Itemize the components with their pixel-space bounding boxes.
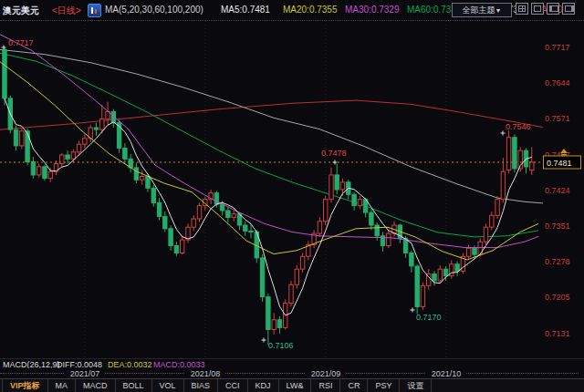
layout-grid-icon[interactable] (516, 3, 528, 15)
candle (295, 269, 298, 284)
price-tick: 0.7351 (545, 222, 570, 231)
candle (340, 182, 344, 190)
candle (249, 231, 253, 232)
toolbar-item-vol[interactable]: VOL (152, 379, 184, 392)
candle (14, 129, 17, 146)
toolbar-item-boll[interactable]: BOLL (116, 379, 152, 392)
candle (358, 200, 361, 206)
candle (66, 155, 69, 159)
candle (244, 225, 247, 231)
toolbar-item-[interactable]: 设置 (400, 379, 432, 392)
price-tick: 0.7644 (545, 78, 570, 88)
ma30-value: MA30:0.7329 (345, 5, 400, 15)
low-label: 0.7170 (416, 313, 442, 322)
candle (501, 171, 505, 200)
extreme-marker (411, 308, 415, 313)
layout-single-icon[interactable] (531, 3, 544, 15)
candle (174, 246, 178, 253)
price-tick: 0.7571 (545, 114, 570, 123)
candle (370, 212, 373, 225)
candle (26, 131, 29, 162)
candle (324, 200, 328, 222)
toolbar-item-cr[interactable]: CR (340, 379, 368, 392)
candle (192, 219, 195, 227)
candle (352, 194, 356, 205)
extreme-marker (262, 338, 266, 343)
candles-group (3, 47, 534, 346)
toolbar-item-vip[interactable]: VIP指标 (2, 379, 48, 392)
high-label: 0.7478 (321, 149, 347, 158)
candle (3, 49, 6, 98)
candle (455, 264, 459, 272)
candlestick-chart[interactable]: 0.77900.77170.76440.75710.74970.74240.73… (0, 0, 584, 392)
ma5-line (5, 98, 532, 315)
candle (163, 216, 167, 228)
candle (151, 188, 155, 202)
candle (232, 214, 235, 218)
price-tick: 0.7205 (545, 293, 570, 302)
candle (289, 284, 293, 303)
candle (123, 149, 127, 160)
candle (94, 128, 98, 129)
candle (20, 131, 24, 146)
indicator-toolbar: VIP指标MAMACDBOLLVOLBIASCCIKDJLW&RSICRPSY设… (0, 378, 584, 392)
extreme-marker (2, 46, 6, 50)
candle (277, 320, 281, 328)
x-axis: 2021/072021/082021/092021/10 (0, 368, 584, 378)
chart-header: 澳元美元 <日线> MA(5,20,30,60,100,200) MA5:0.7… (0, 0, 584, 21)
candle (438, 269, 442, 281)
candle (266, 297, 270, 330)
candle (484, 227, 487, 242)
candle (157, 202, 161, 216)
chevron-down-icon: ▼ (495, 7, 502, 14)
date-label: 2021/10 (426, 369, 466, 378)
theme-dropdown[interactable]: 全部主题▼ (452, 3, 512, 17)
candle (71, 152, 75, 160)
kline-style-icon[interactable] (88, 4, 101, 17)
toolbar-item-ma[interactable]: MA (48, 379, 77, 392)
candle (141, 177, 144, 181)
toolbar-item-macd[interactable]: MACD (76, 379, 116, 392)
candle (181, 240, 184, 253)
candle (214, 193, 218, 204)
candle (387, 233, 391, 245)
candle (77, 144, 80, 152)
toolbar-item-cci[interactable]: CCI (218, 379, 248, 392)
candle (134, 168, 138, 180)
candle (433, 274, 436, 282)
candle (506, 138, 510, 170)
candle (31, 162, 35, 175)
period-label[interactable]: <日线> (52, 5, 81, 17)
ma20-value: MA20:0.7355 (283, 5, 338, 15)
candle (375, 225, 379, 236)
candle (443, 269, 447, 276)
candle (300, 256, 304, 269)
date-label: 2021/08 (185, 369, 225, 378)
price-tick: 0.7131 (545, 329, 570, 338)
toolbar-item-rsi[interactable]: RSI (311, 379, 340, 392)
candle (169, 229, 172, 246)
price-tick: 0.7717 (545, 43, 570, 52)
toolbar-item-psy[interactable]: PSY (368, 379, 400, 392)
layout-split-left-icon[interactable] (547, 3, 559, 15)
candle (146, 177, 150, 189)
toolbar-item-lw[interactable]: LW& (279, 379, 312, 392)
extreme-marker (501, 131, 506, 136)
high-label: 0.7717 (8, 38, 34, 47)
ma20-line (0, 62, 538, 260)
ma200-line (0, 100, 543, 129)
candle (83, 139, 87, 144)
ma100-line (0, 49, 543, 203)
trading-app-window: 澳元美元 <日线> MA(5,20,30,60,100,200) MA5:0.7… (0, 0, 584, 392)
low-label: 0.7106 (268, 341, 294, 350)
candle (490, 215, 494, 227)
toolbar-item-kdj[interactable]: KDJ (248, 379, 279, 392)
candle (329, 175, 333, 200)
layout-split-right-icon[interactable] (562, 3, 575, 15)
month-gridlines (85, 21, 446, 357)
window-layout-icons (516, 3, 575, 15)
candle (43, 167, 47, 179)
toolbar-item-bias[interactable]: BIAS (184, 379, 219, 392)
candle (272, 320, 276, 330)
candle (335, 175, 339, 190)
